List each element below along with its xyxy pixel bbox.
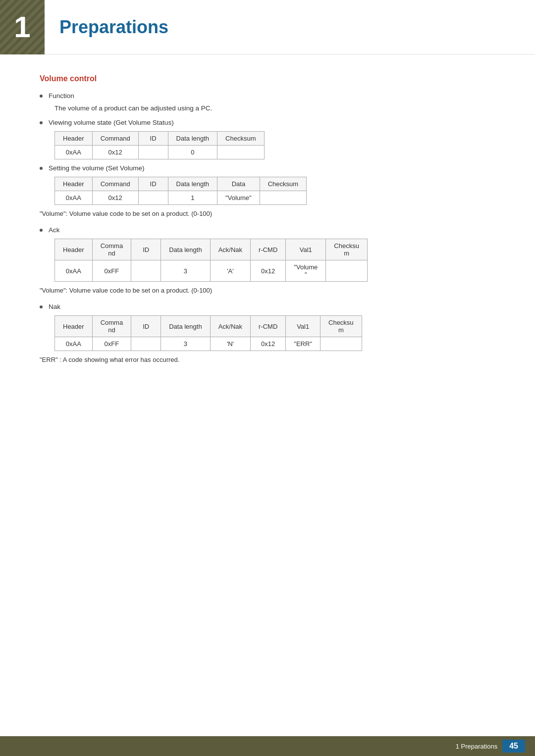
td-command-ack: 0xFF (92, 260, 131, 282)
th-header-gv: Header (55, 132, 93, 146)
td-acknak-nak: 'N' (210, 337, 250, 351)
page-footer: 1 Preparations 45 (0, 736, 535, 756)
table-ack-wrapper: Header Command ID Data length Ack/Nak r-… (54, 239, 495, 282)
td-id-ack (131, 260, 161, 282)
td-header-ack: 0xAA (55, 260, 93, 282)
th-id-ack: ID (131, 239, 161, 260)
chapter-number: 1 (14, 12, 30, 42)
td-checksum-nak (321, 337, 362, 351)
page-header: 1 Preparations (0, 0, 535, 54)
td-datalength-ack: 3 (161, 260, 211, 282)
th-command-ack: Command (92, 239, 131, 260)
td-id-nak (131, 337, 161, 351)
th-datalength-sv: Data length (168, 177, 217, 191)
th-datalength-nak: Data length (161, 316, 211, 337)
th-header-ack: Header (55, 239, 93, 260)
th-val1-ack: Val1 (286, 239, 326, 260)
td-rcmd-ack: 0x12 (251, 260, 286, 282)
function-description: The volume of a product can be adjusted … (54, 104, 495, 112)
td-val1-nak: "ERR" (286, 337, 321, 351)
th-checksum-nak: Checksum (321, 316, 362, 337)
td-rcmd-nak: 0x12 (251, 337, 286, 351)
th-datalength-gv: Data length (168, 132, 217, 146)
bullet-ack-label: Ack (49, 226, 60, 234)
th-id-nak: ID (131, 316, 161, 337)
note-err: "ERR" : A code showing what error has oc… (40, 356, 495, 363)
bullet-setting: Setting the volume (Set Volume) (40, 164, 495, 172)
bullet-dot-viewing (40, 121, 43, 124)
bullet-function-label: Function (49, 92, 74, 100)
th-header-nak: Header (55, 316, 93, 337)
th-checksum-sv: Checksum (260, 177, 306, 191)
td-acknak-ack: 'A' (210, 260, 250, 282)
table-nak: Header Command ID Data length Ack/Nak r-… (54, 315, 362, 351)
th-acknak-nak: Ack/Nak (210, 316, 250, 337)
bullet-setting-label: Setting the volume (Set Volume) (49, 164, 145, 172)
th-rcmd-ack: r-CMD (251, 239, 286, 260)
table-nak-wrapper: Header Command ID Data length Ack/Nak r-… (54, 315, 495, 351)
th-command-nak: Command (92, 316, 131, 337)
bullet-dot-ack (40, 229, 43, 232)
td-header-gv: 0xAA (55, 146, 93, 159)
bullet-dot-setting (40, 167, 43, 170)
th-checksum-gv: Checksum (217, 132, 264, 146)
table-set-volume: Header Command ID Data length Data Check… (54, 177, 307, 205)
table-get-volume-wrapper: Header Command ID Data length Checksum 0… (54, 131, 495, 159)
td-id-gv (138, 146, 168, 159)
main-content: Volume control Function The volume of a … (0, 54, 535, 402)
bullet-viewing-label: Viewing volume state (Get Volume Status) (49, 119, 174, 126)
bullet-nak: Nak (40, 303, 495, 310)
table-ack: Header Command ID Data length Ack/Nak r-… (54, 239, 368, 282)
td-header-nak: 0xAA (55, 337, 93, 351)
td-datalength-gv: 0 (168, 146, 217, 159)
td-header-sv: 0xAA (55, 191, 93, 205)
td-checksum-sv (260, 191, 306, 205)
th-val1-nak: Val1 (286, 316, 321, 337)
th-id-sv: ID (138, 177, 168, 191)
th-header-sv: Header (55, 177, 93, 191)
th-data-sv: Data (217, 177, 260, 191)
th-datalength-ack: Data length (161, 239, 211, 260)
table-set-volume-wrapper: Header Command ID Data length Data Check… (54, 177, 495, 205)
th-acknak-ack: Ack/Nak (210, 239, 250, 260)
bullet-dot-nak (40, 305, 43, 308)
section-title: Volume control (40, 74, 495, 83)
td-datalength-sv: 1 (168, 191, 217, 205)
chapter-title: Preparations (59, 17, 168, 38)
td-command-sv: 0x12 (92, 191, 138, 205)
bullet-nak-label: Nak (49, 303, 60, 310)
td-val1-ack: "Volume" (286, 260, 326, 282)
bullet-viewing: Viewing volume state (Get Volume Status) (40, 119, 495, 126)
td-command-nak: 0xFF (92, 337, 131, 351)
td-checksum-gv (217, 146, 264, 159)
footer-section-label: 1 Preparations (456, 743, 498, 750)
th-checksum-ack: Checksum (326, 239, 368, 260)
td-command-gv: 0x12 (92, 146, 138, 159)
td-datalength-nak: 3 (161, 337, 211, 351)
td-data-sv: "Volume" (217, 191, 260, 205)
td-id-sv (138, 191, 168, 205)
bullet-dot-function (40, 95, 43, 98)
td-checksum-ack (326, 260, 368, 282)
table-get-volume: Header Command ID Data length Checksum 0… (54, 131, 265, 159)
th-command-sv: Command (92, 177, 138, 191)
bullet-function: Function (40, 92, 495, 100)
note-volume-set: "Volume": Volume value code to be set on… (40, 210, 495, 217)
th-id-gv: ID (138, 132, 168, 146)
bullet-ack: Ack (40, 226, 495, 234)
th-rcmd-nak: r-CMD (251, 316, 286, 337)
note-volume-ack: "Volume": Volume value code to be set on… (40, 287, 495, 294)
chapter-number-block: 1 (0, 0, 45, 54)
th-command-gv: Command (92, 132, 138, 146)
footer-page-number: 45 (502, 740, 525, 753)
